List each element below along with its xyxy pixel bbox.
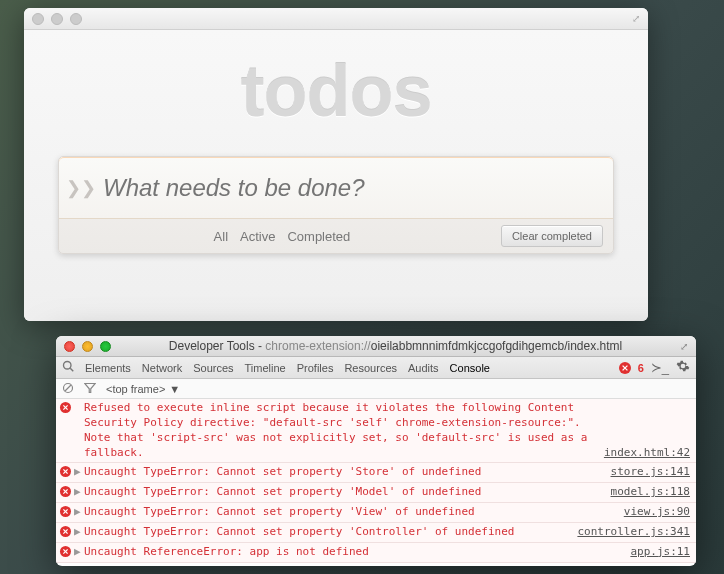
filter-icon[interactable] — [84, 382, 96, 396]
console-prompt[interactable]: › — [56, 563, 696, 566]
traffic-lights — [32, 13, 82, 25]
error-count: 6 — [638, 362, 644, 374]
error-icon — [60, 545, 74, 560]
expand-arrow-icon[interactable]: ▶ — [74, 465, 84, 480]
close-icon[interactable] — [32, 13, 44, 25]
tab-audits[interactable]: Audits — [408, 362, 439, 374]
message-text: Uncaught TypeError: Cannot set property … — [84, 485, 611, 500]
console-input[interactable] — [76, 565, 690, 566]
expand-arrow-icon[interactable]: ▶ — [74, 545, 84, 560]
error-icon[interactable] — [619, 362, 631, 374]
expand-arrow-icon[interactable]: ▶ — [74, 505, 84, 520]
console-message[interactable]: ▶Uncaught ReferenceError: app is not def… — [56, 543, 696, 563]
minimize-icon[interactable] — [82, 341, 93, 352]
new-todo-input[interactable] — [103, 174, 613, 202]
console-output[interactable]: Refused to execute inline script because… — [56, 399, 696, 566]
zoom-icon[interactable] — [100, 341, 111, 352]
message-text: Refused to execute inline script because… — [84, 401, 604, 460]
error-icon — [60, 525, 74, 540]
message-source-link[interactable]: controller.js:341 — [577, 525, 690, 540]
error-icon — [60, 465, 74, 480]
clear-completed-button[interactable]: Clear completed — [501, 225, 603, 247]
filters: All Active Completed — [214, 229, 351, 244]
console-message[interactable]: ▶Uncaught TypeError: Cannot set property… — [56, 523, 696, 543]
minimize-icon[interactable] — [51, 13, 63, 25]
drawer-icon[interactable]: ≻_ — [651, 360, 669, 375]
tab-timeline[interactable]: Timeline — [245, 362, 286, 374]
todo-container: ❯❯ All Active Completed Clear completed — [58, 156, 614, 254]
close-icon[interactable] — [64, 341, 75, 352]
error-icon — [60, 485, 74, 500]
zoom-icon[interactable] — [70, 13, 82, 25]
devtools-titlebar[interactable]: Developer Tools - chrome-extension://oie… — [56, 336, 696, 357]
devtools-window: Developer Tools - chrome-extension://oie… — [56, 336, 696, 566]
tab-network[interactable]: Network — [142, 362, 182, 374]
gear-icon[interactable] — [676, 359, 690, 376]
expand-arrow-icon[interactable]: ▶ — [74, 485, 84, 500]
console-message[interactable]: Refused to execute inline script because… — [56, 399, 696, 463]
app-body: todos ❯❯ All Active Completed Clear comp… — [24, 30, 648, 321]
message-text: Uncaught TypeError: Cannot set property … — [84, 525, 577, 540]
message-source-link[interactable]: app.js:11 — [630, 545, 690, 560]
message-source-link[interactable]: model.js:118 — [611, 485, 690, 500]
expand-icon[interactable]: ⤢ — [632, 13, 640, 24]
frame-selector[interactable]: <top frame> ▼ — [106, 383, 180, 395]
message-source-link[interactable]: index.html:42 — [604, 446, 690, 461]
app-window: ⤢ todos ❯❯ All Active Completed Clear co… — [24, 8, 648, 321]
devtools-tabs: Elements Network Sources Timeline Profil… — [56, 357, 696, 379]
svg-point-0 — [64, 362, 72, 370]
error-icon — [60, 401, 74, 460]
search-icon[interactable] — [62, 360, 74, 375]
message-source-link[interactable]: store.js:141 — [611, 465, 690, 480]
expand-arrow-icon — [74, 401, 84, 460]
error-icon — [60, 505, 74, 520]
svg-line-1 — [70, 368, 73, 371]
tab-elements[interactable]: Elements — [85, 362, 131, 374]
svg-marker-6 — [85, 383, 96, 392]
filter-completed[interactable]: Completed — [287, 229, 350, 244]
new-todo-row: ❯❯ — [59, 157, 613, 219]
filter-active[interactable]: Active — [240, 229, 275, 244]
chevron-down-icon: ▼ — [169, 383, 180, 395]
app-titlebar[interactable]: ⤢ — [24, 8, 648, 30]
todo-footer: All Active Completed Clear completed — [59, 219, 613, 253]
message-source-link[interactable]: view.js:90 — [624, 505, 690, 520]
tab-resources[interactable]: Resources — [344, 362, 397, 374]
clear-console-icon[interactable] — [62, 382, 74, 396]
tab-profiles[interactable]: Profiles — [297, 362, 334, 374]
toggle-all-icon[interactable]: ❯❯ — [59, 177, 103, 199]
expand-icon[interactable]: ⤢ — [680, 341, 688, 352]
message-text: Uncaught TypeError: Cannot set property … — [84, 505, 624, 520]
console-toolbar: <top frame> ▼ — [56, 379, 696, 399]
expand-arrow-icon[interactable]: ▶ — [74, 525, 84, 540]
svg-line-5 — [65, 385, 71, 391]
tab-sources[interactable]: Sources — [193, 362, 233, 374]
message-text: Uncaught ReferenceError: app is not defi… — [84, 545, 630, 560]
console-message[interactable]: ▶Uncaught TypeError: Cannot set property… — [56, 463, 696, 483]
message-text: Uncaught TypeError: Cannot set property … — [84, 465, 611, 480]
devtools-title: Developer Tools - chrome-extension://oie… — [118, 339, 673, 353]
console-message[interactable]: ▶Uncaught TypeError: Cannot set property… — [56, 483, 696, 503]
filter-all[interactable]: All — [214, 229, 228, 244]
prompt-caret-icon: › — [62, 565, 76, 566]
app-title: todos — [241, 50, 432, 132]
tab-console[interactable]: Console — [450, 362, 490, 374]
traffic-lights — [64, 341, 111, 352]
console-message[interactable]: ▶Uncaught TypeError: Cannot set property… — [56, 503, 696, 523]
